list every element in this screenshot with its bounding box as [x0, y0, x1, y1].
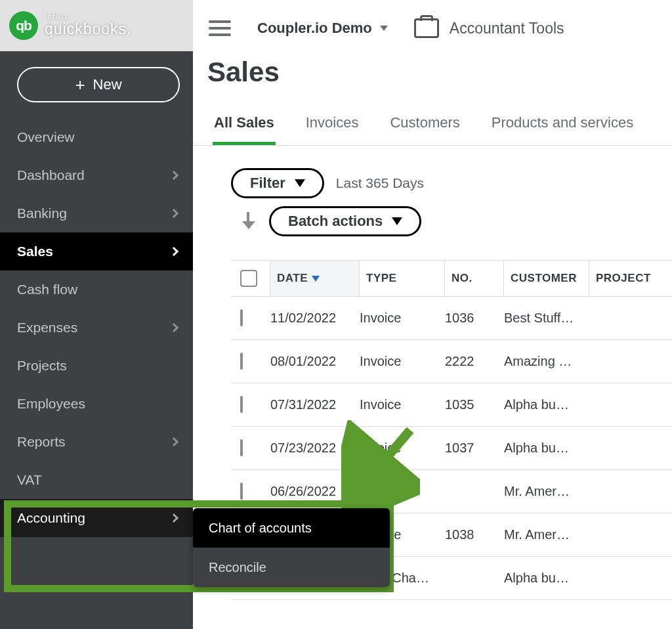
filter-button[interactable]: Filter	[231, 168, 324, 198]
date-range-label: Last 365 Days	[336, 175, 424, 191]
sidebar-item-label: Banking	[17, 206, 67, 221]
chevron-down-icon	[380, 26, 388, 31]
briefcase-icon	[414, 18, 439, 38]
cell-customer: Alpha bu…	[504, 571, 589, 586]
cell-no: 1035	[445, 397, 504, 412]
chevron-right-icon	[169, 247, 178, 256]
company-switcher[interactable]: Coupler.io Demo	[257, 20, 388, 37]
sidebar-item-reports[interactable]: Reports	[0, 423, 193, 461]
col-date[interactable]: DATE	[270, 261, 360, 296]
batch-actions-button[interactable]: Batch actions	[269, 206, 421, 236]
sidebar-item-accounting[interactable]: Accounting	[0, 499, 193, 537]
chevron-right-icon	[169, 437, 178, 446]
sidebar-item-label: Cash flow	[17, 282, 77, 297]
row-checkbox[interactable]	[240, 439, 243, 456]
sidebar-item-label: Projects	[17, 358, 67, 374]
cell-type: Invoice	[360, 397, 445, 412]
cell-date: 11/02/2022	[270, 311, 360, 326]
accountant-tools-label: Accountant Tools	[450, 20, 564, 37]
cell-date: 07/31/2022	[270, 397, 360, 412]
sidebar-item-label: Overview	[17, 129, 75, 145]
cell-no: 1037	[445, 441, 504, 456]
chevron-down-icon	[295, 179, 305, 187]
cell-no: 2222	[445, 354, 504, 369]
cell-customer: Best Stuff…	[504, 311, 589, 326]
row-checkbox[interactable]	[240, 309, 243, 326]
cell-date: 07/23/2022	[270, 441, 360, 456]
chevron-right-icon	[169, 323, 178, 332]
new-button-label: New	[93, 76, 122, 93]
cell-no: 1038	[445, 527, 504, 542]
submenu-chart-of-accounts[interactable]: Chart of accounts	[193, 508, 390, 548]
accountant-tools-button[interactable]: Accountant Tools	[414, 18, 564, 38]
tab-customers[interactable]: Customers	[388, 114, 461, 145]
tab-all-sales[interactable]: All Sales	[213, 114, 276, 145]
brand-wordmark: intuit. quickbooks.	[45, 13, 131, 38]
submenu-reconcile[interactable]: Reconcile	[193, 548, 390, 587]
cell-customer: Amazing …	[504, 354, 589, 369]
cell-type: Invoice	[360, 354, 445, 369]
table-row[interactable]: 06/26/2022PaymentMr. Amer…	[231, 470, 672, 513]
hamburger-menu-icon[interactable]	[209, 20, 231, 36]
table-row[interactable]: 08/01/2022Invoice2222Amazing …	[231, 340, 672, 383]
sidebar-item-overview[interactable]: Overview	[0, 118, 193, 156]
tab-products-and-services[interactable]: Products and services	[490, 114, 635, 145]
plus-icon: +	[75, 76, 85, 93]
table-row[interactable]: 11/02/2022Invoice1036Best Stuff…	[231, 297, 672, 340]
sidebar-item-label: Expenses	[17, 320, 77, 336]
brand-name: quickbooks.	[45, 20, 131, 37]
cell-customer: Alpha bu…	[504, 441, 589, 456]
col-type[interactable]: TYPE	[360, 261, 445, 296]
sort-desc-icon	[312, 276, 320, 282]
brand-logo-icon: qb	[9, 11, 38, 40]
sidebar-item-label: Sales	[17, 244, 53, 259]
new-button[interactable]: + New	[17, 67, 180, 102]
company-name: Coupler.io Demo	[257, 20, 372, 37]
chevron-right-icon	[169, 171, 178, 180]
sidebar-item-label: Employees	[17, 396, 85, 412]
sidebar-item-label: Dashboard	[17, 167, 85, 183]
sidebar-item-banking[interactable]: Banking	[0, 194, 193, 232]
brand-band: qb intuit. quickbooks.	[0, 0, 193, 51]
brand-intuit: intuit.	[45, 13, 131, 20]
table-row[interactable]: 07/23/2022Invoice1037Alpha bu…	[231, 427, 672, 470]
toolbar: Filter Last 365 Days Batch actions	[193, 146, 672, 242]
sidebar-item-cash-flow[interactable]: Cash flow	[0, 271, 193, 309]
sidebar-item-employees[interactable]: Employees	[0, 385, 193, 423]
cell-customer: Mr. Amer…	[504, 484, 589, 499]
row-checkbox[interactable]	[240, 483, 243, 500]
col-customer[interactable]: CUSTOMER	[504, 261, 589, 296]
table-row[interactable]: 07/31/2022Invoice1035Alpha bu…	[231, 383, 672, 427]
page-title: Sales	[193, 56, 672, 93]
sidebar-item-sales[interactable]: Sales	[0, 232, 193, 271]
cell-type: Payment	[360, 484, 445, 499]
col-no[interactable]: NO.	[445, 261, 504, 296]
filter-label: Filter	[250, 175, 285, 192]
tabs: All SalesInvoicesCustomersProducts and s…	[193, 93, 672, 146]
topbar: Coupler.io Demo Accountant Tools	[193, 0, 672, 56]
sidebar: qb intuit. quickbooks. + New OverviewDas…	[0, 0, 193, 629]
chevron-down-icon	[392, 217, 402, 225]
col-project[interactable]: PROJECT	[589, 261, 655, 296]
cell-date: 08/01/2022	[270, 354, 360, 369]
download-icon[interactable]	[242, 212, 256, 230]
sidebar-item-dashboard[interactable]: Dashboard	[0, 156, 193, 194]
accounting-submenu: Chart of accounts Reconcile	[193, 508, 390, 587]
sidebar-item-projects[interactable]: Projects	[0, 347, 193, 385]
cell-date: 06/26/2022	[270, 484, 360, 499]
select-all-checkbox[interactable]	[240, 270, 257, 287]
tab-invoices[interactable]: Invoices	[304, 114, 360, 145]
row-checkbox[interactable]	[240, 353, 243, 370]
cell-type: Invoice	[360, 311, 445, 326]
sidebar-item-vat[interactable]: VAT	[0, 461, 193, 499]
cell-no: 1036	[445, 311, 504, 326]
cell-customer: Mr. Amer…	[504, 527, 589, 542]
sidebar-item-expenses[interactable]: Expenses	[0, 309, 193, 347]
cell-type: Invoice	[360, 441, 445, 456]
sidebar-item-label: Accounting	[17, 510, 85, 526]
row-checkbox[interactable]	[240, 396, 243, 413]
cell-customer: Alpha bu…	[504, 397, 589, 412]
chevron-right-icon	[169, 209, 178, 218]
batch-actions-label: Batch actions	[288, 213, 383, 230]
sidebar-item-label: VAT	[17, 472, 42, 488]
